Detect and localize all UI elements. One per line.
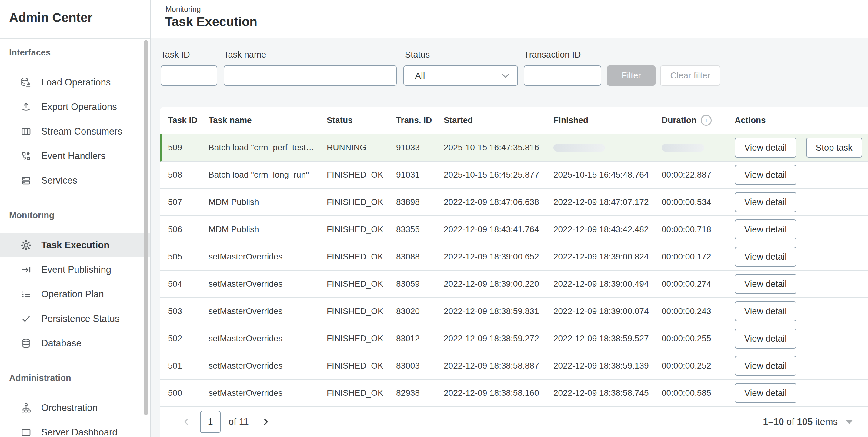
transaction-id-input[interactable] — [524, 65, 601, 86]
task-id-cell: 502 — [168, 334, 209, 343]
admin-center-app: Admin Center Interfaces Load Operations … — [0, 0, 868, 437]
trans-id-cell: 83012 — [396, 334, 444, 343]
view-detail-button[interactable]: View detail — [735, 274, 797, 294]
view-detail-button[interactable]: View detail — [735, 356, 797, 376]
filter-button[interactable]: Filter — [607, 65, 655, 86]
status-select[interactable]: All — [403, 65, 518, 86]
task-id-link[interactable]: 505 — [168, 252, 182, 261]
page-number-input[interactable]: 1 — [200, 411, 221, 433]
view-detail-button[interactable]: View detail — [735, 329, 797, 348]
stop-task-button[interactable]: Stop task — [806, 137, 862, 158]
started-cell: 2022-12-09 18:43:41.764 — [444, 224, 553, 234]
nav-group-label: Monitoring — [9, 210, 150, 221]
sidebar: Admin Center Interfaces Load Operations … — [0, 0, 151, 437]
status-cell: FINISHED_OK — [327, 334, 396, 343]
sidebar-item-event-handlers[interactable]: Event Handlers — [0, 144, 150, 168]
sidebar-item-orchestration[interactable]: Orchestration — [0, 396, 150, 420]
started-cell: 2022-12-09 18:39:00.220 — [444, 279, 553, 289]
finished-cell: 2022-12-09 18:39:00.494 — [553, 279, 661, 289]
finished-progress-skeleton — [553, 144, 605, 152]
sidebar-item-stream-consumers[interactable]: Stream Consumers — [0, 119, 150, 144]
actions-cell: View detail — [735, 329, 868, 348]
task-id-cell: 504 — [168, 279, 209, 289]
task-name-cell: Batch load "crm_perf_test… — [209, 143, 327, 152]
task-id-link[interactable]: 501 — [168, 361, 182, 371]
items-count-label: 1–10 of 105 items — [763, 416, 838, 427]
nav-group: Administration Orchestration Server Dash… — [0, 372, 150, 437]
sidebar-item-database[interactable]: Database — [0, 331, 150, 355]
actions-cell: View detail — [735, 165, 868, 185]
table-row: 504 setMasterOverrides FINISHED_OK 83059… — [160, 271, 868, 298]
table-row: 502 setMasterOverrides FINISHED_OK 83012… — [160, 325, 868, 352]
task-name-cell: setMasterOverrides — [209, 361, 327, 371]
task-id-cell: 501 — [168, 361, 209, 371]
trans-id-cell: 83355 — [396, 224, 444, 234]
col-task-name: Task name — [209, 116, 327, 125]
sidebar-item-operation-plan[interactable]: Operation Plan — [0, 282, 150, 306]
task-id-link[interactable]: 507 — [168, 197, 182, 207]
previous-page-button[interactable] — [181, 416, 193, 428]
sidebar-item-services[interactable]: Services — [0, 168, 150, 193]
started-cell: 2022-12-09 18:47:06.638 — [444, 197, 553, 207]
sidebar-nav: Interfaces Load Operations Export Operat… — [0, 39, 150, 437]
sidebar-item-persistence-status[interactable]: Persistence Status — [0, 306, 150, 331]
task-id-link[interactable]: 506 — [168, 224, 182, 234]
task-id-link[interactable]: 500 — [168, 388, 182, 398]
view-detail-button[interactable]: View detail — [735, 247, 797, 267]
table-row: 503 setMasterOverrides FINISHED_OK 83020… — [160, 298, 868, 325]
sidebar-item-event-publishing[interactable]: Event Publishing — [0, 257, 150, 282]
task-name-input[interactable] — [224, 65, 397, 86]
trans-id-cell: 83088 — [396, 252, 444, 261]
next-page-button[interactable] — [260, 416, 272, 428]
actions-cell: View detail — [735, 383, 868, 403]
task-id-cell: 505 — [168, 252, 209, 261]
sidebar-item-label: Persistence Status — [41, 313, 119, 324]
finished-cell: 2022-12-09 18:38:59.139 — [553, 361, 661, 371]
task-name-cell: setMasterOverrides — [209, 306, 327, 316]
view-detail-button[interactable]: View detail — [735, 383, 797, 403]
view-detail-button[interactable]: View detail — [735, 219, 797, 240]
view-detail-button[interactable]: View detail — [735, 192, 797, 212]
nav-group-label: Administration — [9, 372, 150, 383]
actions-cell: View detail Stop task — [735, 137, 868, 158]
task-id-link[interactable]: 508 — [168, 170, 182, 180]
status-cell: FINISHED_OK — [327, 361, 396, 371]
info-icon[interactable]: i — [701, 115, 712, 126]
status-cell: FINISHED_OK — [327, 306, 396, 316]
task-name-cell: setMasterOverrides — [209, 279, 327, 289]
started-cell: 2022-12-09 18:38:58.160 — [444, 388, 553, 398]
task-id-link[interactable]: 502 — [168, 334, 182, 343]
sidebar-item-task-execution[interactable]: Task Execution — [0, 233, 150, 257]
status-cell: FINISHED_OK — [327, 279, 396, 289]
duration-cell: 00:00:00.172 — [661, 252, 735, 261]
sidebar-item-server-dashboard[interactable]: Server Dashboard — [0, 420, 150, 437]
task-name-cell: setMasterOverrides — [209, 252, 327, 261]
task-id-link[interactable]: 509 — [168, 143, 182, 152]
sidebar-item-export-operations[interactable]: Export Operations — [0, 95, 150, 119]
col-finished: Finished — [553, 116, 661, 125]
trans-id-cell: 83059 — [396, 279, 444, 289]
sidebar-item-label: Task Execution — [41, 240, 110, 251]
pagination-bar: 1 of 11 1–10 of 105 items — [160, 407, 868, 437]
app-title: Admin Center — [9, 10, 92, 25]
services-icon — [20, 175, 32, 187]
task-id-link[interactable]: 503 — [168, 306, 182, 316]
clear-filter-button[interactable]: Clear filter — [660, 65, 720, 86]
task-id-input[interactable] — [161, 65, 217, 86]
task-name-cell: setMasterOverrides — [209, 334, 327, 343]
table-row: 507 MDM Publish FINISHED_OK 83898 2022-1… — [160, 189, 868, 216]
actions-cell: View detail — [735, 219, 868, 240]
nav-group: Interfaces Load Operations Export Operat… — [0, 47, 150, 193]
view-detail-button[interactable]: View detail — [735, 301, 797, 321]
nav-group-items: Task Execution Event Publishing Operatio… — [0, 233, 150, 355]
view-detail-button[interactable]: View detail — [735, 165, 797, 185]
task-id-link[interactable]: 504 — [168, 279, 182, 289]
started-cell: 2025-10-15 16:47:35.816 — [444, 143, 553, 152]
sidebar-scrollbar[interactable] — [144, 40, 148, 415]
finished-cell: 2022-12-09 18:39:00.074 — [553, 306, 661, 316]
started-cell: 2022-12-09 18:39:00.652 — [444, 252, 553, 261]
duration-cell: 00:00:22.887 — [661, 170, 735, 180]
items-per-page-dropdown-icon[interactable] — [845, 420, 853, 424]
view-detail-button[interactable]: View detail — [735, 137, 797, 158]
sidebar-item-load-operations[interactable]: Load Operations — [0, 70, 150, 95]
